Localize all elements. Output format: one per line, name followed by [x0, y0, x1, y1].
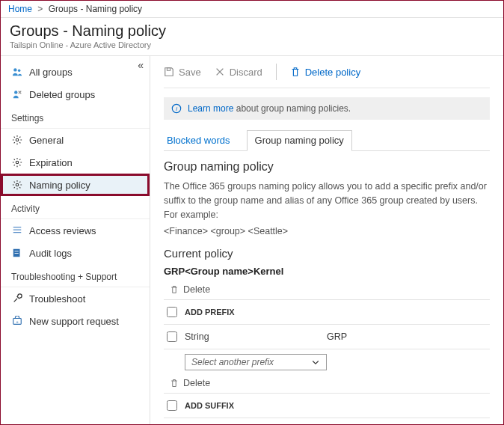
page-title: Groups - Naming policy — [10, 22, 494, 40]
list-icon — [11, 224, 23, 236]
toolbar: Save Discard Delete policy — [164, 64, 490, 88]
suffix-block: Delete ADD SUFFIX String Test-Second Sel… — [164, 378, 490, 425]
policy-description: The Office 365 groups naming policy allo… — [164, 180, 490, 221]
trash-icon — [170, 285, 179, 294]
sidebar-section-activity: Activity — [1, 196, 150, 219]
delete-policy-button[interactable]: Delete policy — [290, 67, 360, 78]
sidebar-item-label: Expiration — [29, 157, 73, 168]
save-icon — [164, 67, 174, 77]
delete-policy-label: Delete policy — [305, 67, 360, 78]
sidebar-item-label: Naming policy — [29, 180, 90, 191]
deleted-users-icon — [11, 88, 23, 100]
breadcrumb-current: Groups - Naming policy — [49, 4, 142, 14]
save-label: Save — [179, 67, 201, 78]
info-icon: i — [171, 103, 182, 114]
sidebar-item-deleted-groups[interactable]: Deleted groups — [1, 83, 150, 106]
sidebar-item-label: General — [29, 135, 64, 146]
sidebar-section-settings: Settings — [1, 106, 150, 129]
discard-label: Discard — [230, 67, 262, 78]
add-suffix-label: ADD SUFFIX — [185, 401, 234, 410]
info-bar: i Learn more about group naming policies… — [164, 97, 490, 120]
add-prefix-header[interactable]: ADD PREFIX — [164, 303, 490, 321]
sidebar-item-general[interactable]: General — [1, 129, 150, 151]
sidebar-item-label: Troubleshoot — [29, 293, 85, 305]
collapse-icon[interactable]: « — [138, 59, 144, 71]
wrench-icon — [11, 293, 23, 305]
policy-example: <Finance> <group> <Seattle> — [164, 226, 490, 236]
delete-label: Delete — [183, 378, 210, 388]
tabs: Blocked words Group naming policy — [164, 130, 490, 151]
tab-group-naming-policy[interactable]: Group naming policy — [247, 130, 352, 151]
chevron-down-icon — [311, 358, 320, 367]
section-heading: Group naming policy — [164, 160, 490, 174]
gear-icon — [11, 156, 23, 168]
prefix-row-checkbox[interactable] — [167, 331, 177, 342]
discard-icon — [215, 67, 225, 77]
prefix-block: Delete ADD PREFIX String GRP Select anot… — [164, 284, 490, 370]
sidebar-item-label: New support request — [29, 316, 119, 327]
svg-point-4 — [16, 161, 19, 164]
delete-prefix-button[interactable]: Delete — [170, 284, 490, 295]
current-policy-value: GRP<Group name>Kernel — [164, 266, 490, 277]
svg-text:i: i — [176, 106, 177, 112]
prefix-select[interactable]: Select another prefix — [185, 354, 327, 370]
sidebar-item-new-support[interactable]: + New support request — [1, 310, 150, 332]
svg-point-0 — [13, 68, 16, 71]
svg-point-3 — [16, 138, 19, 141]
page-header: Groups - Naming policy Tailspin Online -… — [1, 18, 503, 56]
sidebar-item-all-groups[interactable]: All groups — [1, 61, 150, 83]
sidebar-item-access-reviews[interactable]: Access reviews — [1, 219, 150, 242]
delete-label: Delete — [183, 284, 210, 295]
prefix-value: GRP — [327, 331, 347, 342]
add-suffix-checkbox[interactable] — [167, 400, 177, 411]
sidebar-item-expiration[interactable]: Expiration — [1, 151, 150, 174]
sidebar-item-label: All groups — [29, 67, 73, 78]
gear-icon — [11, 179, 23, 191]
svg-rect-8 — [15, 253, 19, 254]
breadcrumb: Home > Groups - Naming policy — [1, 1, 503, 18]
info-text: about group naming policies. — [233, 103, 351, 114]
gear-icon — [11, 134, 23, 146]
sidebar: « All groups Deleted groups Settings Gen… — [1, 56, 150, 425]
users-icon — [11, 66, 23, 78]
toolbar-separator — [276, 64, 277, 80]
info-learn-more-link[interactable]: Learn more — [188, 103, 233, 114]
svg-point-1 — [18, 70, 21, 73]
log-icon — [11, 247, 23, 259]
chevron-right-icon: > — [37, 4, 43, 14]
sidebar-item-naming-policy[interactable]: Naming policy — [1, 174, 150, 196]
tab-blocked-words[interactable]: Blocked words — [164, 130, 233, 150]
breadcrumb-home[interactable]: Home — [8, 4, 32, 14]
svg-point-5 — [16, 183, 19, 186]
main-content: Save Discard Delete policy i Learn m — [150, 56, 503, 425]
add-prefix-label: ADD PREFIX — [185, 308, 235, 317]
prefix-row: String GRP — [164, 328, 490, 346]
sidebar-section-trouble: Troubleshooting + Support — [1, 264, 150, 287]
add-suffix-header[interactable]: ADD SUFFIX — [164, 397, 490, 415]
save-button[interactable]: Save — [164, 67, 201, 78]
add-prefix-checkbox[interactable] — [167, 307, 177, 317]
delete-suffix-button[interactable]: Delete — [170, 378, 490, 388]
prefix-select-placeholder: Select another prefix — [191, 357, 274, 367]
sidebar-item-label: Audit logs — [29, 248, 72, 259]
svg-point-2 — [14, 91, 17, 94]
support-icon: + — [11, 315, 23, 327]
trash-icon — [170, 379, 179, 388]
current-policy-heading: Current policy — [164, 247, 490, 260]
discard-button[interactable]: Discard — [215, 67, 262, 78]
page-subtitle: Tailspin Online - Azure Active Directory — [10, 40, 494, 49]
sidebar-item-label: Deleted groups — [29, 89, 95, 100]
svg-rect-7 — [15, 251, 19, 251]
sidebar-item-label: Access reviews — [29, 225, 96, 236]
prefix-type-label: String — [185, 331, 319, 342]
trash-icon — [290, 67, 301, 77]
svg-text:+: + — [16, 319, 19, 324]
sidebar-item-troubleshoot[interactable]: Troubleshoot — [1, 287, 150, 310]
sidebar-item-audit-logs[interactable]: Audit logs — [1, 242, 150, 264]
suffix-row: String Test-Second — [164, 421, 490, 425]
